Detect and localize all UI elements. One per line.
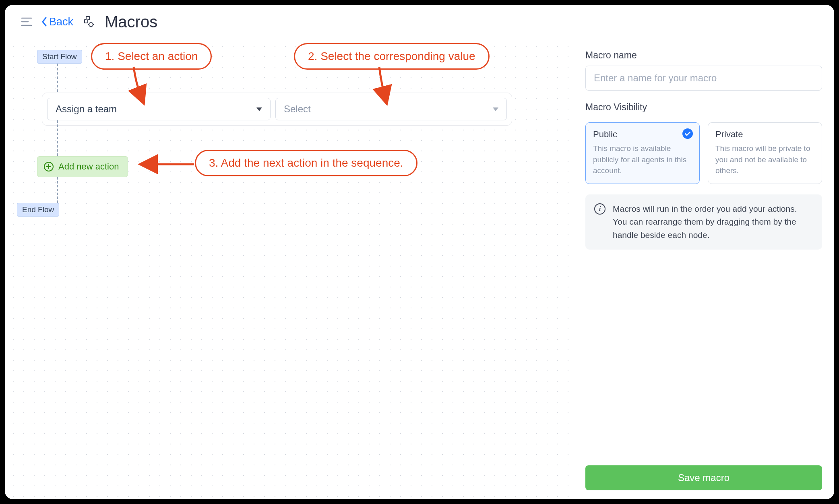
visibility-option-public[interactable]: Public This macro is available publicly …	[585, 122, 700, 184]
back-link[interactable]: Back	[41, 16, 73, 28]
header-bar: Back Macros	[5, 5, 834, 38]
visibility-label: Macro Visibility	[585, 102, 822, 113]
annotation-arrow	[367, 67, 399, 103]
svg-point-3	[89, 23, 93, 27]
macros-icon	[82, 16, 94, 28]
info-text: Macros will run in the order you add you…	[613, 202, 813, 242]
plus-circle-icon	[44, 162, 54, 171]
hamburger-icon[interactable]	[21, 17, 32, 26]
action-node[interactable]: Assign a team Select	[42, 93, 512, 126]
flow-connector	[57, 64, 82, 92]
macro-form-sidebar: Macro name Macro Visibility Public This …	[573, 38, 834, 499]
flow-track: Start Flow	[37, 50, 82, 92]
visibility-option-private[interactable]: Private This macro will be private to yo…	[708, 122, 822, 184]
macro-name-label: Macro name	[585, 50, 822, 61]
flow-connector	[57, 120, 58, 156]
start-flow-tag: Start Flow	[37, 50, 82, 64]
flow-canvas: Start Flow Assign a team Select	[5, 38, 573, 499]
action-select-value: Assign a team	[56, 103, 117, 115]
chevron-left-icon	[41, 17, 48, 27]
annotation-arrow	[122, 67, 154, 103]
chevron-down-icon	[256, 107, 262, 111]
end-flow-tag: End Flow	[17, 203, 59, 217]
add-action-button[interactable]: Add new action	[37, 156, 128, 177]
add-action-label: Add new action	[58, 161, 119, 172]
content-area: Start Flow Assign a team Select	[5, 38, 834, 499]
visibility-option-title: Private	[715, 129, 814, 140]
info-callout: i Macros will run in the order you add y…	[585, 194, 822, 250]
visibility-option-title: Public	[593, 129, 692, 140]
chevron-down-icon	[493, 107, 498, 111]
action-select[interactable]: Assign a team	[47, 98, 271, 120]
value-select-placeholder: Select	[284, 103, 311, 115]
annotation-arrow	[142, 157, 198, 173]
visibility-option-desc: This macro is available publicly for all…	[593, 143, 692, 176]
visibility-option-desc: This macro will be private to you and no…	[715, 143, 814, 176]
page-title: Macros	[105, 13, 157, 31]
info-icon: i	[594, 203, 605, 215]
back-label: Back	[49, 16, 73, 28]
save-macro-button[interactable]: Save macro	[585, 465, 822, 490]
annotation-step1: 1. Select an action	[91, 43, 212, 70]
visibility-options: Public This macro is available publicly …	[585, 122, 822, 184]
check-circle-icon	[682, 128, 693, 139]
app-window: Back Macros Start Flow Assign a team	[5, 5, 834, 499]
flow-connector	[57, 177, 79, 203]
macro-name-input[interactable]	[585, 66, 822, 91]
annotation-step2: 2. Select the corresponding value	[294, 43, 490, 70]
annotation-step3: 3. Add the next action in the sequence.	[195, 150, 417, 176]
